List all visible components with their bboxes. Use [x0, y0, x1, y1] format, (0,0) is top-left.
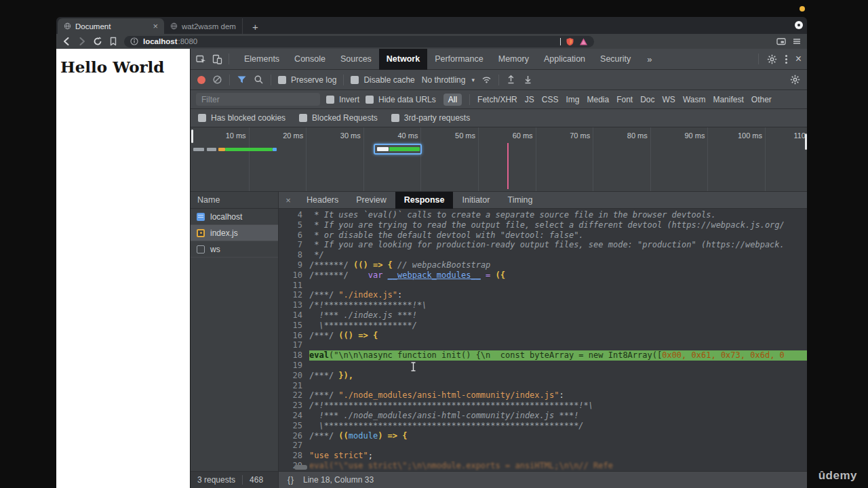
- preserve-log-checkbox[interactable]: Preserve log: [278, 75, 336, 85]
- reload-button[interactable]: [93, 37, 102, 46]
- checkbox-icon[interactable]: [391, 114, 399, 122]
- browser-tab-document[interactable]: Document ×: [58, 18, 164, 34]
- browser-tab-wat2wasm[interactable]: wat2wasm demo: [164, 18, 243, 34]
- network-conditions-icon[interactable]: [481, 75, 492, 85]
- more-tabs-icon[interactable]: »: [644, 54, 654, 64]
- forward-button[interactable]: [77, 37, 87, 46]
- devtools-tab-performance[interactable]: Performance: [427, 49, 491, 70]
- filter-type-js[interactable]: JS: [525, 95, 534, 104]
- line-content: \***************************************…: [309, 421, 807, 431]
- filter-type-other[interactable]: Other: [751, 95, 772, 104]
- line-number: 25: [279, 421, 309, 431]
- devtools-tab-memory[interactable]: Memory: [491, 49, 536, 70]
- request-row-ws[interactable]: ws: [191, 241, 278, 258]
- device-toolbar-icon[interactable]: [212, 54, 222, 64]
- warning-extension-icon[interactable]: [579, 37, 588, 46]
- close-devtools-icon[interactable]: ×: [795, 54, 802, 64]
- url-port: :8080: [178, 37, 197, 45]
- line-number: 12: [279, 290, 309, 300]
- bookmark-icon[interactable]: [108, 37, 118, 46]
- waterfall-bar[interactable]: [389, 147, 420, 151]
- request-row-localhost[interactable]: localhost: [191, 209, 278, 225]
- import-har-icon[interactable]: [506, 75, 516, 85]
- detail-tab-response[interactable]: Response: [395, 192, 454, 209]
- site-info-icon[interactable]: [130, 37, 138, 45]
- request-row-indexjs[interactable]: index.js: [191, 225, 278, 241]
- waterfall-bar[interactable]: [273, 148, 277, 151]
- record-network-log-button[interactable]: [197, 76, 205, 84]
- new-tab-button[interactable]: +: [250, 22, 261, 32]
- devtools-tab-sources[interactable]: Sources: [333, 49, 379, 70]
- export-har-icon[interactable]: [523, 75, 533, 85]
- devtools-tab-network[interactable]: Network: [379, 49, 427, 70]
- devtools-panel: ElementsConsoleSourcesNetworkPerformance…: [190, 49, 807, 488]
- detail-tab-initiator[interactable]: Initiator: [453, 192, 498, 209]
- clear-network-log-icon[interactable]: [212, 75, 222, 85]
- filter-type-ws[interactable]: WS: [663, 95, 675, 104]
- settings-gear-icon[interactable]: [767, 54, 777, 64]
- browser-menu-icon[interactable]: [792, 37, 802, 46]
- filter-type-img[interactable]: Img: [566, 95, 579, 104]
- pretty-print-icon[interactable]: {}: [288, 475, 294, 485]
- filter-input[interactable]: [196, 93, 320, 106]
- devtools-tab-elements[interactable]: Elements: [237, 49, 287, 70]
- close-detail-icon[interactable]: ×: [279, 195, 298, 205]
- devtools-tab-security[interactable]: Security: [593, 49, 638, 70]
- shield-extension-icon[interactable]: [566, 37, 574, 46]
- waterfall-bar[interactable]: [207, 148, 216, 151]
- devtools-tab-application[interactable]: Application: [536, 49, 593, 70]
- search-icon[interactable]: [254, 75, 264, 85]
- filter-type-fetchxhr[interactable]: Fetch/XHR: [477, 95, 517, 104]
- filter-type-all[interactable]: All: [443, 94, 462, 106]
- url-bar[interactable]: localhost :8080: [124, 36, 594, 47]
- blocked-requests-checkbox[interactable]: Blocked Requests: [299, 113, 378, 123]
- network-settings-gear-icon[interactable]: [790, 75, 800, 85]
- browser-tabstrip: Document × wat2wasm demo +: [56, 17, 807, 34]
- filter-type-css[interactable]: CSS: [542, 95, 559, 104]
- browser-toolbar: localhost :8080: [56, 34, 807, 49]
- has-blocked-cookies-checkbox[interactable]: Has blocked cookies: [198, 113, 285, 123]
- horizontal-scrollbar-thumb[interactable]: [294, 465, 307, 470]
- waterfall-bar[interactable]: [377, 147, 389, 151]
- waterfall-bar[interactable]: [193, 148, 203, 151]
- devtools-menu-icon[interactable]: [785, 55, 787, 64]
- invert-checkbox[interactable]: Invert: [326, 95, 359, 104]
- detail-tab-timing[interactable]: Timing: [498, 192, 541, 209]
- network-overview-timeline[interactable]: 10 ms20 ms30 ms40 ms50 ms60 ms70 ms80 ms…: [191, 127, 807, 192]
- throttling-dropdown[interactable]: No throttling▾: [422, 75, 475, 85]
- line-number: 17: [279, 340, 309, 350]
- code-line-24: 24 !*** ./node_modules/ansi-html-communi…: [279, 411, 807, 421]
- checkbox-icon[interactable]: [351, 76, 359, 84]
- line-content: \******************/: [309, 321, 807, 331]
- filter-type-media[interactable]: Media: [587, 95, 609, 104]
- media-controls-icon[interactable]: [776, 37, 786, 46]
- request-list-header[interactable]: Name: [191, 192, 278, 209]
- back-button[interactable]: [62, 37, 71, 46]
- line-content: /*!******************!*\: [309, 300, 807, 310]
- disable-cache-checkbox[interactable]: Disable cache: [351, 75, 414, 85]
- timeline-tick-label: 90 ms: [650, 131, 705, 140]
- response-code-editor[interactable]: 4 * It uses `eval()` calls to create a s…: [279, 209, 807, 471]
- close-tab-icon[interactable]: ×: [153, 22, 158, 30]
- filter-type-wasm[interactable]: Wasm: [683, 95, 706, 104]
- detail-tab-headers[interactable]: Headers: [298, 192, 347, 209]
- filter-type-doc[interactable]: Doc: [640, 95, 654, 104]
- waterfall-bar[interactable]: [225, 148, 273, 151]
- devtools-tab-console[interactable]: Console: [287, 49, 333, 70]
- overview-scroll-grip[interactable]: [805, 134, 807, 150]
- request-detail-pane: × HeadersPreviewResponseInitiatorTiming …: [279, 192, 807, 471]
- overview-scroll-grip[interactable]: [191, 129, 193, 143]
- filter-funnel-icon[interactable]: [237, 75, 247, 85]
- filter-type-manifest[interactable]: Manifest: [713, 95, 743, 104]
- checkbox-icon[interactable]: [299, 114, 307, 122]
- inspect-element-icon[interactable]: [196, 54, 206, 64]
- checkbox-icon[interactable]: [326, 96, 334, 104]
- waterfall-bar[interactable]: [218, 148, 225, 151]
- detail-tab-preview[interactable]: Preview: [347, 192, 395, 209]
- checkbox-icon[interactable]: [278, 76, 286, 84]
- hide-data-urls-checkbox[interactable]: Hide data URLs: [366, 95, 436, 104]
- 3rd-party-requests-checkbox[interactable]: 3rd-party requests: [391, 113, 470, 123]
- filter-type-font[interactable]: Font: [616, 95, 633, 104]
- checkbox-icon[interactable]: [366, 96, 374, 104]
- checkbox-icon[interactable]: [198, 114, 206, 122]
